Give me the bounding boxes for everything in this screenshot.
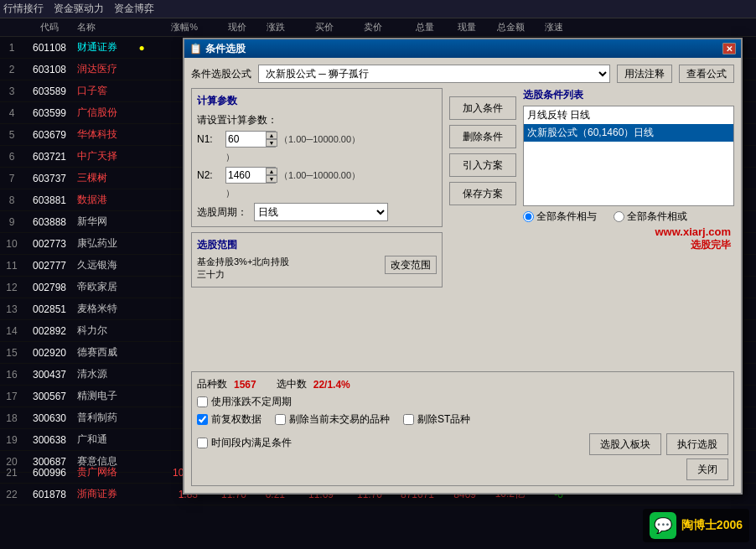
view-formula-button[interactable]: 查看公式 — [679, 65, 734, 83]
dialog-titlebar: 📋 条件选股 ✕ — [184, 39, 741, 58]
period-select[interactable]: 日线周线月线年线 — [254, 203, 388, 221]
nav-tab-capital[interactable]: 资金驱动力 — [54, 2, 104, 16]
n1-spinner: ▲ ▼ — [266, 132, 277, 147]
select-to-block-button[interactable]: 选股入板块 — [589, 433, 661, 455]
exclude-st-checkbox[interactable] — [403, 414, 414, 425]
selected-status: 选股完毕 — [523, 238, 734, 252]
radio-all-and[interactable]: 全部条件相与 — [523, 210, 597, 224]
stats-label2: 选中数 — [277, 377, 307, 391]
dialog-body: 条件选股公式 次新股公式 ─ 狮子孤行 用法注释 查看公式 计算参数 请设置计算… — [184, 58, 741, 493]
dialog-title: 条件选股 — [205, 42, 246, 56]
n2-down[interactable]: ▼ — [266, 175, 277, 183]
formula-row: 条件选股公式 次新股公式 ─ 狮子孤行 用法注释 查看公式 — [191, 65, 734, 83]
wechat-badge: 💬 陶博士2006 — [643, 509, 749, 542]
conditions-list[interactable]: 月线反转 日线 次新股公式（60,1460）日线 — [523, 106, 734, 206]
n2-row: N2: ▲ ▼ （1.00─10000.00） — [197, 167, 437, 184]
nav-tab-game[interactable]: 资金博弈 — [114, 2, 154, 16]
n1-down[interactable]: ▼ — [266, 139, 277, 147]
time-period-row: 时间段内满足条件 — [197, 436, 292, 450]
n1-range-cont: ） — [225, 151, 437, 163]
right-panel: 选股条件列表 月线反转 日线 次新股公式（60,1460）日线 全部条件相与 — [523, 88, 734, 366]
checkboxes-row: 前复权数据 剔除当前未交易的品种 剔除ST品种 — [197, 412, 728, 427]
top-nav: 行情接行 资金驱动力 资金博弈 — [0, 0, 756, 18]
exclude-st-label[interactable]: 剔除ST品种 — [417, 412, 470, 427]
pre-rights-checkbox[interactable] — [197, 414, 208, 425]
n2-spinner: ▲ ▼ — [266, 168, 277, 183]
period-label: 选股周期： — [197, 205, 247, 220]
n2-range-cont: ） — [225, 187, 437, 199]
n2-input-box: ▲ ▼ — [225, 167, 276, 184]
wechat-icon: 💬 — [650, 512, 676, 539]
close-button-bottom[interactable]: 关闭 — [686, 458, 728, 480]
add-condition-button[interactable]: 加入条件 — [449, 96, 516, 120]
main-content: 计算参数 请设置计算参数： N1: ▲ ▼ — [191, 88, 734, 366]
time-period-checkbox[interactable] — [197, 438, 208, 448]
execute-button[interactable]: 执行选股 — [666, 433, 728, 455]
dialog-icon: 📋 — [189, 43, 202, 54]
n1-input[interactable] — [228, 132, 266, 147]
conditions-label: 选股条件列表 — [523, 88, 734, 102]
save-plan-button[interactable]: 保存方案 — [449, 182, 516, 205]
condition-item[interactable]: 月线反转 日线 — [524, 106, 733, 124]
n1-label: N1: — [197, 133, 222, 145]
wechat-text: 陶博士2006 — [681, 518, 743, 533]
pre-rights-label[interactable]: 前复权数据 — [211, 412, 261, 427]
import-plan-button[interactable]: 引入方案 — [449, 153, 516, 177]
nav-tab-market[interactable]: 行情接行 — [3, 2, 44, 16]
radio-all-or[interactable]: 全部条件相或 — [614, 210, 687, 224]
delete-condition-button[interactable]: 删除条件 — [449, 125, 516, 148]
bottom-section: 品种数 1567 选中数 22/1.4% 使用涨跌不定周期 前复权数据 剔除当前 — [191, 371, 734, 486]
n1-row: N1: ▲ ▼ （1.00─10000.00） — [197, 131, 437, 148]
stats-value1: 1567 — [234, 379, 256, 391]
bottom-buttons: 选股入板块 执行选股 — [589, 433, 728, 455]
range-title: 选股范围 — [197, 238, 437, 252]
column-headers: 代码 名称 涨幅% 现价 涨跌 买价 卖价 总量 现量 总金额 涨速 — [0, 18, 756, 37]
n1-input-box: ▲ ▼ — [225, 131, 276, 148]
stats-value2: 22/1.4% — [313, 379, 350, 391]
time-period-label[interactable]: 时间段内满足条件 — [211, 436, 292, 450]
action-buttons: 加入条件 删除条件 引入方案 保存方案 — [449, 88, 516, 366]
bottom-actions: 时间段内满足条件 选股入板块 执行选股 — [197, 430, 728, 455]
n1-up[interactable]: ▲ — [266, 132, 277, 139]
uncertain-period-label[interactable]: 使用涨跌不定周期 — [211, 395, 292, 409]
main-window: 行情接行 资金驱动力 资金博弈 代码 名称 涨幅% 现价 涨跌 买价 卖价 总量… — [0, 0, 756, 549]
watermark: www.xiarj.com — [523, 225, 734, 238]
usage-button[interactable]: 用法注释 — [617, 65, 672, 83]
radio-row: 全部条件相与 全部条件相或 — [523, 210, 734, 224]
change-range-button[interactable]: 改变范围 — [385, 256, 437, 274]
close-row: 关闭 — [197, 458, 728, 480]
n2-label: N2: — [197, 169, 222, 181]
uncertain-period-row: 使用涨跌不定周期 — [197, 395, 728, 409]
formula-select[interactable]: 次新股公式 ─ 狮子孤行 — [258, 65, 610, 83]
n2-up[interactable]: ▲ — [266, 168, 277, 175]
n2-range: （1.00─10000.00） — [279, 169, 360, 182]
params-title: 计算参数 — [197, 94, 437, 108]
stats-label1: 品种数 — [197, 377, 227, 391]
params-set-label: 请设置计算参数： — [197, 113, 437, 127]
n1-range: （1.00─10000.00） — [279, 133, 360, 146]
params-box: 计算参数 请设置计算参数： N1: ▲ ▼ — [191, 88, 443, 227]
range-box: 选股范围 基金持股3%+北向持股三十力 改变范围 — [191, 232, 443, 287]
uncertain-period-checkbox[interactable] — [197, 396, 208, 407]
period-row: 选股周期： 日线周线月线年线 — [197, 203, 437, 221]
conditions-dialog: 📋 条件选股 ✕ 条件选股公式 次新股公式 ─ 狮子孤行 用法注释 查看公式 计… — [183, 38, 743, 495]
close-button[interactable]: ✕ — [722, 43, 736, 54]
range-text: 基金持股3%+北向持股三十力 — [197, 256, 380, 282]
formula-label: 条件选股公式 — [191, 67, 251, 81]
exclude-no-trade-checkbox[interactable] — [275, 414, 286, 425]
exclude-no-trade-label[interactable]: 剔除当前未交易的品种 — [289, 412, 390, 427]
range-content: 基金持股3%+北向持股三十力 改变范围 — [197, 256, 437, 282]
stats-row: 品种数 1567 选中数 22/1.4% — [197, 377, 728, 391]
left-panel: 计算参数 请设置计算参数： N1: ▲ ▼ — [191, 88, 443, 366]
condition-item-selected[interactable]: 次新股公式（60,1460）日线 — [524, 124, 733, 142]
n2-input[interactable] — [228, 168, 266, 183]
